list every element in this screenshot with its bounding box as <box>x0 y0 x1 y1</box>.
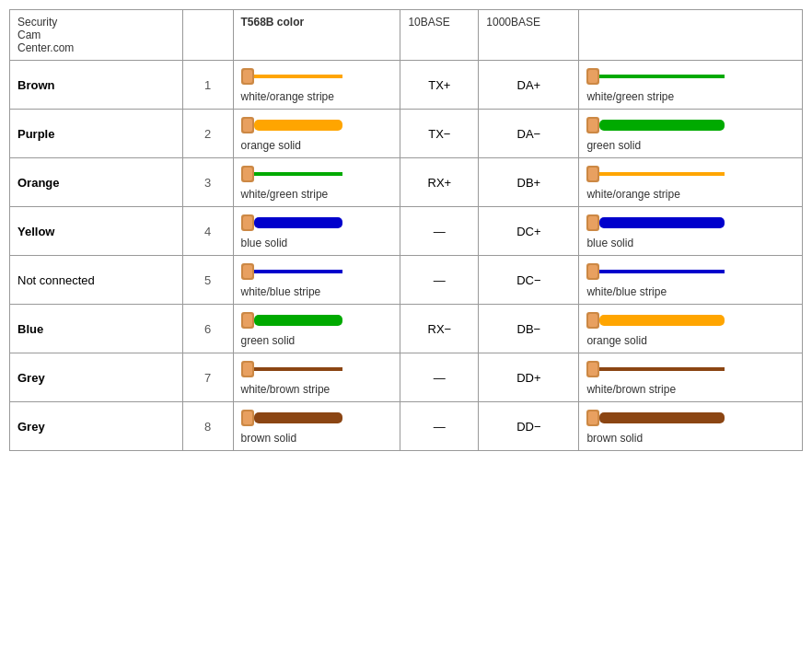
10base-signal: RX− <box>400 305 479 353</box>
header-1000base: 1000BASE <box>479 10 579 61</box>
wire-svg <box>586 66 725 87</box>
1000base-signal: DD− <box>479 402 579 451</box>
pin-number: 8 <box>182 402 233 451</box>
svg-rect-36 <box>254 315 342 326</box>
1000base-signal: DA− <box>479 110 579 158</box>
pin-number: 6 <box>182 305 233 353</box>
svg-rect-17 <box>243 168 252 180</box>
wire-svg <box>241 261 342 282</box>
svg-rect-8 <box>254 120 342 131</box>
table-row: Grey8 brown solid —DD− brown solid <box>10 402 803 451</box>
pin-label: Yellow <box>10 207 183 256</box>
t568b-wire-cell: orange solid <box>233 110 400 158</box>
pin-label: Brown <box>10 61 183 110</box>
alt-wire-cell: white/orange stripe <box>579 158 803 207</box>
10base-signal: TX+ <box>400 61 479 110</box>
wire-svg <box>586 115 725 135</box>
svg-rect-22 <box>254 217 342 228</box>
t568b-wire-cell: white/blue stripe <box>233 256 400 305</box>
alt-wire-cell: green solid <box>579 110 803 158</box>
svg-rect-45 <box>243 363 252 376</box>
ethernet-wiring-table: Security Cam Center.com T568B color 10BA… <box>9 9 803 451</box>
svg-rect-21 <box>588 168 597 180</box>
1000base-signal: DD+ <box>479 353 579 402</box>
header-t568b: T568B color <box>233 10 400 61</box>
alt-wire-cell: blue solid <box>579 207 803 256</box>
svg-rect-39 <box>599 315 725 326</box>
header-alt <box>579 10 803 61</box>
pin-number: 3 <box>182 158 233 207</box>
pin-label: Orange <box>10 158 183 207</box>
svg-rect-24 <box>243 216 252 229</box>
alt-wire-cell: white/blue stripe <box>579 256 803 305</box>
alt-wire-cell: white/brown stripe <box>579 353 803 402</box>
wire-svg <box>586 164 725 184</box>
svg-rect-27 <box>588 216 597 229</box>
svg-rect-49 <box>588 363 597 376</box>
10base-signal: — <box>400 207 479 256</box>
10base-signal: TX− <box>400 110 479 158</box>
header-10base: 10BASE <box>400 10 479 61</box>
svg-rect-50 <box>254 412 342 423</box>
pin-label: Not connected <box>10 256 183 305</box>
10base-signal: — <box>400 402 479 451</box>
wire-svg <box>586 310 725 330</box>
10base-signal: — <box>400 256 479 305</box>
alt-wire-cell: orange solid <box>579 305 803 353</box>
10base-signal: RX+ <box>400 158 479 207</box>
svg-rect-7 <box>588 70 597 83</box>
pin-label: Blue <box>10 305 183 353</box>
svg-rect-53 <box>599 412 725 423</box>
svg-rect-33 <box>599 270 725 273</box>
wire-svg <box>586 261 725 282</box>
wire-svg <box>241 310 342 330</box>
10base-signal: — <box>400 353 479 402</box>
wire-svg <box>241 66 342 87</box>
svg-rect-1 <box>254 75 342 78</box>
alt-wire-cell: white/green stripe <box>579 61 803 110</box>
wire-svg <box>241 213 342 233</box>
1000base-signal: DB+ <box>479 158 579 207</box>
1000base-signal: DC+ <box>479 207 579 256</box>
svg-rect-43 <box>254 367 342 371</box>
svg-rect-10 <box>243 119 252 132</box>
1000base-signal: DC− <box>479 256 579 305</box>
wire-svg <box>586 213 725 233</box>
pin-number: 7 <box>182 353 233 402</box>
svg-rect-5 <box>599 75 725 78</box>
header-pin <box>182 10 233 61</box>
1000base-signal: DA+ <box>479 61 579 110</box>
wire-svg <box>586 408 725 428</box>
svg-rect-55 <box>588 411 597 424</box>
pin-label: Grey <box>10 402 183 451</box>
t568b-wire-cell: white/brown stripe <box>233 353 400 402</box>
svg-rect-31 <box>243 265 252 278</box>
svg-rect-41 <box>588 314 597 327</box>
svg-rect-38 <box>243 314 252 327</box>
svg-rect-35 <box>588 265 597 278</box>
t568b-wire-cell: brown solid <box>233 402 400 451</box>
t568b-wire-cell: blue solid <box>233 207 400 256</box>
table-row: Brown1 white/orange stripe TX+DA+ white/… <box>10 61 803 110</box>
table-row: Not connected5 white/blue stripe —DC− wh… <box>10 256 803 305</box>
pin-label: Grey <box>10 353 183 402</box>
svg-rect-25 <box>599 217 725 228</box>
svg-rect-29 <box>254 270 342 273</box>
wire-svg <box>241 408 342 428</box>
pin-number: 4 <box>182 207 233 256</box>
1000base-signal: DB− <box>479 305 579 353</box>
pin-number: 2 <box>182 110 233 158</box>
table-row: Yellow4 blue solid —DC+ blue solid <box>10 207 803 256</box>
wire-svg <box>586 359 725 379</box>
svg-rect-47 <box>599 367 725 371</box>
pin-number: 5 <box>182 256 233 305</box>
alt-wire-cell: brown solid <box>579 402 803 451</box>
header-site: Security Cam Center.com <box>10 10 183 61</box>
svg-rect-52 <box>243 411 252 424</box>
wire-svg <box>241 115 342 135</box>
svg-rect-3 <box>243 70 252 83</box>
svg-rect-19 <box>599 172 725 176</box>
table-row: Grey7 white/brown stripe —DD+ white/brow… <box>10 353 803 402</box>
table-row: Purple2 orange solid TX−DA− green solid <box>10 110 803 158</box>
table-row: Blue6 green solid RX−DB− orange solid <box>10 305 803 353</box>
